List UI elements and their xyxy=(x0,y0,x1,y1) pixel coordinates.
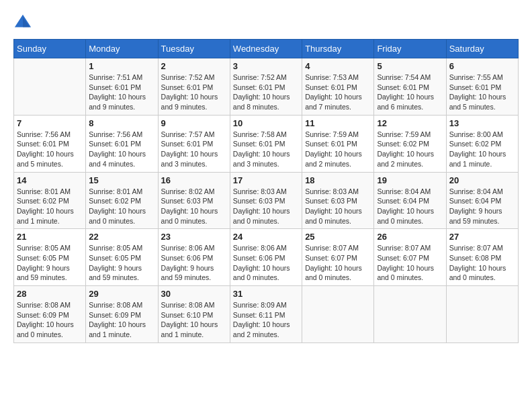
day-number: 23 xyxy=(161,232,227,242)
weekday-header-sunday: Sunday xyxy=(14,40,86,58)
weekday-header-saturday: Saturday xyxy=(446,40,518,58)
day-cell: 18Sunrise: 8:03 AM Sunset: 6:03 PM Dayli… xyxy=(302,172,374,229)
day-cell: 10Sunrise: 7:58 AM Sunset: 6:01 PM Dayli… xyxy=(230,115,302,172)
day-number: 28 xyxy=(17,289,83,299)
day-info: Sunrise: 8:08 AM Sunset: 6:09 PM Dayligh… xyxy=(89,300,154,340)
day-cell xyxy=(302,286,374,343)
day-info: Sunrise: 7:53 AM Sunset: 6:01 PM Dayligh… xyxy=(305,73,371,112)
day-info: Sunrise: 8:03 AM Sunset: 6:03 PM Dayligh… xyxy=(305,187,371,226)
day-number: 9 xyxy=(161,118,227,128)
day-info: Sunrise: 7:51 AM Sunset: 6:01 PM Dayligh… xyxy=(89,73,154,112)
day-cell: 19Sunrise: 8:04 AM Sunset: 6:04 PM Dayli… xyxy=(374,172,446,229)
day-info: Sunrise: 8:09 AM Sunset: 6:11 PM Dayligh… xyxy=(233,300,299,340)
weekday-header-thursday: Thursday xyxy=(302,40,374,58)
day-cell: 26Sunrise: 8:07 AM Sunset: 6:07 PM Dayli… xyxy=(374,229,446,286)
day-number: 22 xyxy=(89,232,154,242)
day-cell: 23Sunrise: 8:06 AM Sunset: 6:06 PM Dayli… xyxy=(158,229,230,286)
day-number: 15 xyxy=(89,175,154,185)
day-number: 19 xyxy=(377,175,443,185)
day-cell: 30Sunrise: 8:08 AM Sunset: 6:10 PM Dayli… xyxy=(158,286,230,343)
day-number: 16 xyxy=(161,175,227,185)
day-info: Sunrise: 8:01 AM Sunset: 6:02 PM Dayligh… xyxy=(89,187,154,226)
day-cell: 29Sunrise: 8:08 AM Sunset: 6:09 PM Dayli… xyxy=(86,286,158,343)
week-row-2: 14Sunrise: 8:01 AM Sunset: 6:02 PM Dayli… xyxy=(14,172,519,229)
day-cell: 20Sunrise: 8:04 AM Sunset: 6:04 PM Dayli… xyxy=(446,172,518,229)
day-info: Sunrise: 8:07 AM Sunset: 6:08 PM Dayligh… xyxy=(449,243,515,283)
day-cell xyxy=(14,58,86,116)
day-number: 31 xyxy=(233,289,299,299)
day-cell: 1Sunrise: 7:51 AM Sunset: 6:01 PM Daylig… xyxy=(86,58,158,116)
page-container: SundayMondayTuesdayWednesdayThursdayFrid… xyxy=(13,13,519,343)
weekday-header-monday: Monday xyxy=(86,40,158,58)
day-number: 17 xyxy=(233,175,299,185)
day-info: Sunrise: 8:06 AM Sunset: 6:06 PM Dayligh… xyxy=(161,243,227,283)
day-cell xyxy=(446,286,518,343)
day-cell: 2Sunrise: 7:52 AM Sunset: 6:01 PM Daylig… xyxy=(158,58,230,116)
week-row-4: 28Sunrise: 8:08 AM Sunset: 6:09 PM Dayli… xyxy=(14,286,519,343)
day-info: Sunrise: 8:05 AM Sunset: 6:05 PM Dayligh… xyxy=(89,243,154,283)
week-row-1: 7Sunrise: 7:56 AM Sunset: 6:01 PM Daylig… xyxy=(14,115,519,172)
weekday-header-wednesday: Wednesday xyxy=(230,40,302,58)
day-cell: 6Sunrise: 7:55 AM Sunset: 6:01 PM Daylig… xyxy=(446,58,518,116)
day-number: 30 xyxy=(161,289,227,299)
day-number: 27 xyxy=(449,232,515,242)
day-info: Sunrise: 7:58 AM Sunset: 6:01 PM Dayligh… xyxy=(233,130,299,169)
day-info: Sunrise: 8:05 AM Sunset: 6:05 PM Dayligh… xyxy=(17,243,83,283)
day-info: Sunrise: 8:01 AM Sunset: 6:02 PM Dayligh… xyxy=(17,187,83,226)
week-row-3: 21Sunrise: 8:05 AM Sunset: 6:05 PM Dayli… xyxy=(14,229,519,286)
day-info: Sunrise: 8:08 AM Sunset: 6:10 PM Dayligh… xyxy=(161,300,227,340)
day-info: Sunrise: 8:02 AM Sunset: 6:03 PM Dayligh… xyxy=(161,187,227,226)
day-number: 29 xyxy=(89,289,154,299)
day-cell: 31Sunrise: 8:09 AM Sunset: 6:11 PM Dayli… xyxy=(230,286,302,343)
day-number: 6 xyxy=(449,61,515,71)
day-cell: 15Sunrise: 8:01 AM Sunset: 6:02 PM Dayli… xyxy=(86,172,158,229)
day-number: 10 xyxy=(233,118,299,128)
day-info: Sunrise: 8:07 AM Sunset: 6:07 PM Dayligh… xyxy=(305,243,371,283)
day-info: Sunrise: 7:59 AM Sunset: 6:01 PM Dayligh… xyxy=(305,130,371,169)
day-info: Sunrise: 7:56 AM Sunset: 6:01 PM Dayligh… xyxy=(17,130,83,169)
day-number: 18 xyxy=(305,175,371,185)
calendar-table: SundayMondayTuesdayWednesdayThursdayFrid… xyxy=(13,39,519,343)
day-cell: 28Sunrise: 8:08 AM Sunset: 6:09 PM Dayli… xyxy=(14,286,86,343)
day-cell: 25Sunrise: 8:07 AM Sunset: 6:07 PM Dayli… xyxy=(302,229,374,286)
day-number: 1 xyxy=(89,61,154,71)
day-cell: 13Sunrise: 8:00 AM Sunset: 6:02 PM Dayli… xyxy=(446,115,518,172)
day-number: 14 xyxy=(17,175,83,185)
day-info: Sunrise: 7:59 AM Sunset: 6:02 PM Dayligh… xyxy=(377,130,443,169)
day-info: Sunrise: 7:52 AM Sunset: 6:01 PM Dayligh… xyxy=(233,73,299,112)
day-info: Sunrise: 8:04 AM Sunset: 6:04 PM Dayligh… xyxy=(377,187,443,226)
day-cell: 14Sunrise: 8:01 AM Sunset: 6:02 PM Dayli… xyxy=(14,172,86,229)
header xyxy=(13,13,519,32)
day-number: 20 xyxy=(449,175,515,185)
day-cell: 21Sunrise: 8:05 AM Sunset: 6:05 PM Dayli… xyxy=(14,229,86,286)
day-info: Sunrise: 8:07 AM Sunset: 6:07 PM Dayligh… xyxy=(377,243,443,283)
day-number: 5 xyxy=(377,61,443,71)
day-number: 2 xyxy=(161,61,227,71)
day-cell: 7Sunrise: 7:56 AM Sunset: 6:01 PM Daylig… xyxy=(14,115,86,172)
day-info: Sunrise: 7:56 AM Sunset: 6:01 PM Dayligh… xyxy=(89,130,154,169)
day-cell: 5Sunrise: 7:54 AM Sunset: 6:01 PM Daylig… xyxy=(374,58,446,116)
day-number: 24 xyxy=(233,232,299,242)
day-number: 3 xyxy=(233,61,299,71)
day-info: Sunrise: 8:03 AM Sunset: 6:03 PM Dayligh… xyxy=(233,187,299,226)
weekday-header-row: SundayMondayTuesdayWednesdayThursdayFrid… xyxy=(14,40,519,58)
day-info: Sunrise: 7:55 AM Sunset: 6:01 PM Dayligh… xyxy=(449,73,515,112)
weekday-header-friday: Friday xyxy=(374,40,446,58)
day-number: 13 xyxy=(449,118,515,128)
day-number: 12 xyxy=(377,118,443,128)
day-cell xyxy=(374,286,446,343)
week-row-0: 1Sunrise: 7:51 AM Sunset: 6:01 PM Daylig… xyxy=(14,58,519,116)
day-cell: 17Sunrise: 8:03 AM Sunset: 6:03 PM Dayli… xyxy=(230,172,302,229)
day-cell: 9Sunrise: 7:57 AM Sunset: 6:01 PM Daylig… xyxy=(158,115,230,172)
day-cell: 12Sunrise: 7:59 AM Sunset: 6:02 PM Dayli… xyxy=(374,115,446,172)
day-info: Sunrise: 8:06 AM Sunset: 6:06 PM Dayligh… xyxy=(233,243,299,283)
day-cell: 27Sunrise: 8:07 AM Sunset: 6:08 PM Dayli… xyxy=(446,229,518,286)
day-info: Sunrise: 7:54 AM Sunset: 6:01 PM Dayligh… xyxy=(377,73,443,112)
day-info: Sunrise: 8:00 AM Sunset: 6:02 PM Dayligh… xyxy=(449,130,515,169)
day-cell: 16Sunrise: 8:02 AM Sunset: 6:03 PM Dayli… xyxy=(158,172,230,229)
day-number: 25 xyxy=(305,232,371,242)
day-number: 11 xyxy=(305,118,371,128)
day-number: 26 xyxy=(377,232,443,242)
weekday-header-tuesday: Tuesday xyxy=(158,40,230,58)
day-info: Sunrise: 8:08 AM Sunset: 6:09 PM Dayligh… xyxy=(17,300,83,340)
